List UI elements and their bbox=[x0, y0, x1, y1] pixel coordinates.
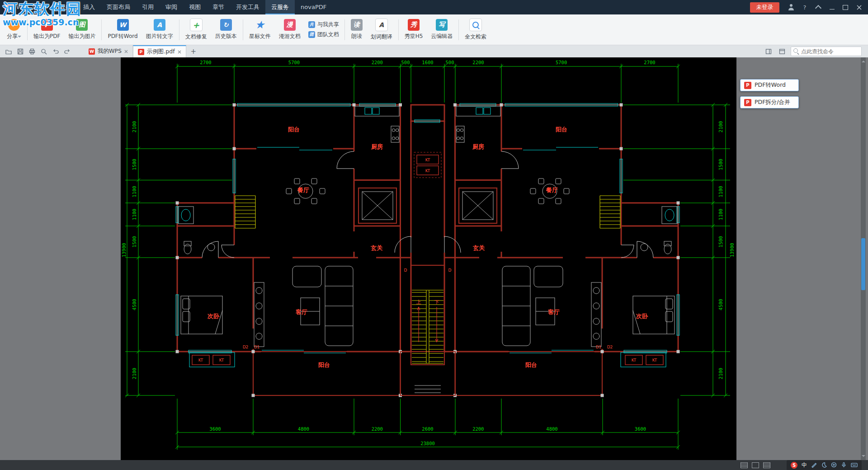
ribbon-button-xiutang-h5[interactable]: 秀 秀堂H5 bbox=[401, 18, 427, 42]
room-label-bedroom: 次卧 bbox=[636, 313, 648, 320]
chevron-down-icon bbox=[18, 36, 21, 39]
dim-label: 4800 bbox=[546, 426, 557, 432]
view-mode-outline-icon[interactable] bbox=[763, 462, 770, 468]
tab-sample-pdf[interactable]: P 示例图.pdf bbox=[133, 45, 186, 57]
login-button[interactable]: 未登录 bbox=[750, 2, 780, 13]
status-bar: S 中 bbox=[0, 460, 868, 470]
print-preview-icon[interactable] bbox=[39, 47, 49, 56]
ribbon-button-read-aloud[interactable]: 读 朗读 bbox=[347, 18, 367, 42]
room-label-kitchen: 厨房 bbox=[472, 143, 484, 150]
menu-section[interactable]: 章节 bbox=[207, 0, 230, 14]
room-label-dining: 餐厅 bbox=[297, 187, 309, 193]
kt-label: KT bbox=[219, 358, 224, 362]
tab-my-wps[interactable]: W 我的WPS bbox=[84, 45, 133, 57]
ribbon-button-full-text-search[interactable]: 全文检索 bbox=[461, 17, 491, 42]
tab-close-icon[interactable] bbox=[178, 48, 181, 55]
menu-references[interactable]: 引用 bbox=[136, 0, 160, 14]
chevron-up-icon bbox=[815, 5, 821, 11]
ime-emoji-icon[interactable] bbox=[831, 461, 837, 470]
help-icon[interactable]: ? bbox=[798, 2, 811, 13]
dim-label: 3600 bbox=[635, 426, 646, 432]
minimize-button[interactable] bbox=[826, 2, 838, 13]
new-tab-button[interactable]: + bbox=[186, 45, 201, 57]
print-icon[interactable] bbox=[27, 47, 37, 56]
redo-icon[interactable] bbox=[62, 47, 72, 56]
xiutang-h5-icon: 秀 bbox=[408, 19, 420, 31]
ribbon-button-export-image[interactable]: 图 输出为图片 bbox=[64, 18, 99, 42]
vertical-scrollbar[interactable] bbox=[861, 57, 866, 460]
view-mode-page-icon[interactable] bbox=[752, 462, 759, 468]
dim-label: 2100 bbox=[718, 368, 723, 379]
wps-logo-icon: W bbox=[5, 3, 14, 12]
app-menu[interactable]: W WPS 文字 bbox=[0, 3, 54, 12]
starred-files-icon: ★ bbox=[254, 19, 266, 31]
titlebar-right: 未登录 ? bbox=[750, 2, 868, 13]
account-icon[interactable] bbox=[785, 2, 797, 13]
maximize-button[interactable] bbox=[839, 2, 852, 13]
ribbon-button-starred-files[interactable]: ★ 星标文件 bbox=[245, 18, 275, 42]
ime-mic-icon[interactable] bbox=[841, 461, 847, 470]
dim-label: 2700 bbox=[200, 60, 211, 65]
dim-label: 500 bbox=[401, 60, 410, 65]
task-window-icon[interactable] bbox=[777, 47, 787, 56]
kt-label: KT bbox=[198, 358, 203, 362]
menu-home[interactable]: 开始 bbox=[54, 0, 77, 14]
shared-with-me-icon: 共 bbox=[308, 21, 315, 28]
room-label-living: 客厅 bbox=[295, 309, 307, 315]
ribbon-button-share[interactable]: ↗ 分享 bbox=[3, 18, 25, 42]
menu-insert[interactable]: 插入 bbox=[77, 0, 101, 14]
save-icon[interactable] bbox=[15, 47, 25, 56]
ime-language-toggle[interactable]: 中 bbox=[802, 461, 807, 469]
open-folder-icon[interactable] bbox=[4, 47, 14, 56]
ribbon-button-translate[interactable]: A 划词翻译 bbox=[367, 17, 396, 42]
cloud-editor-icon: 写 bbox=[436, 19, 448, 31]
scrollbar-thumb[interactable] bbox=[861, 238, 865, 290]
tab-close-icon[interactable] bbox=[124, 48, 128, 55]
menu-review[interactable]: 审阅 bbox=[160, 0, 183, 14]
menu-novapdf[interactable]: novaPDF bbox=[295, 0, 332, 14]
dim-label: 2100 bbox=[132, 121, 137, 132]
pdf-helper-buttons: P PDF转Word P PDF拆分/合并 bbox=[740, 79, 799, 108]
close-icon bbox=[857, 5, 862, 10]
history-version-icon: ↻ bbox=[220, 19, 232, 31]
ribbon-button-roaming-docs[interactable]: 漫 漫游文档 bbox=[275, 18, 305, 42]
ribbon-button-image-to-text[interactable]: A 图片转文字 bbox=[142, 18, 177, 42]
menu-cloud-services[interactable]: 云服务 bbox=[265, 0, 295, 14]
dim-label: 2700 bbox=[644, 60, 655, 65]
collapse-ribbon-icon[interactable] bbox=[812, 2, 825, 13]
chevron-down-icon bbox=[46, 6, 49, 10]
ribbon-button-cloud-editor[interactable]: 写 云编辑器 bbox=[427, 18, 457, 42]
close-button[interactable] bbox=[853, 2, 865, 13]
search-input[interactable] bbox=[791, 47, 861, 56]
ribbon-button-history-version[interactable]: ↻ 历史版本 bbox=[211, 18, 241, 42]
door-label-d2: D2 bbox=[243, 345, 249, 349]
undo-icon[interactable] bbox=[51, 47, 61, 56]
sidebar-panel-icon[interactable] bbox=[764, 47, 774, 56]
pdf-split-merge-floating-button[interactable]: P PDF拆分/合并 bbox=[740, 96, 799, 108]
ime-moon-icon[interactable] bbox=[821, 461, 827, 470]
dim-label: 4500 bbox=[132, 299, 137, 310]
dim-label: 1100 bbox=[132, 209, 137, 220]
ribbon-button-shared-with-me[interactable]: 共 与我共享 bbox=[308, 21, 339, 28]
ribbon-button-export-pdf[interactable]: P 输出为PDF bbox=[29, 18, 64, 42]
labels-layer: 阳台 厨房 餐厅 玄关 客厅 次卧 阳台 阳台 厨房 餐厅 玄关 客厅 次卧 阳… bbox=[121, 60, 735, 446]
sogou-ime-icon[interactable]: S bbox=[791, 462, 797, 469]
scroll-down-icon[interactable] bbox=[862, 455, 865, 459]
scroll-up-icon[interactable] bbox=[862, 59, 865, 62]
menu-view[interactable]: 视图 bbox=[183, 0, 207, 14]
export-image-icon: 图 bbox=[76, 19, 88, 31]
pdf-to-word-floating-button[interactable]: P PDF转Word bbox=[740, 79, 799, 91]
menu-dev-tools[interactable]: 开发工具 bbox=[230, 0, 265, 14]
view-mode-normal-icon[interactable] bbox=[741, 462, 748, 468]
ribbon-button-doc-repair[interactable]: + 文档修复 bbox=[181, 17, 211, 42]
ribbon-button-pdf-to-word[interactable]: W PDF转Word bbox=[104, 18, 142, 42]
person-icon bbox=[788, 4, 794, 10]
wps-window: W WPS 文字 开始 插入 页面布局 引用 审阅 视图 章节 开发工具 云服务… bbox=[0, 0, 868, 470]
menu-page-layout[interactable]: 页面布局 bbox=[101, 0, 136, 14]
ime-keyboard-icon[interactable] bbox=[851, 461, 858, 470]
command-search-box[interactable] bbox=[791, 47, 862, 56]
pdf-icon: P bbox=[744, 82, 751, 89]
ime-pen-icon[interactable] bbox=[811, 461, 817, 470]
ribbon-button-team-docs[interactable]: 团 团队文档 bbox=[308, 31, 339, 38]
dim-label: 5700 bbox=[556, 60, 567, 65]
